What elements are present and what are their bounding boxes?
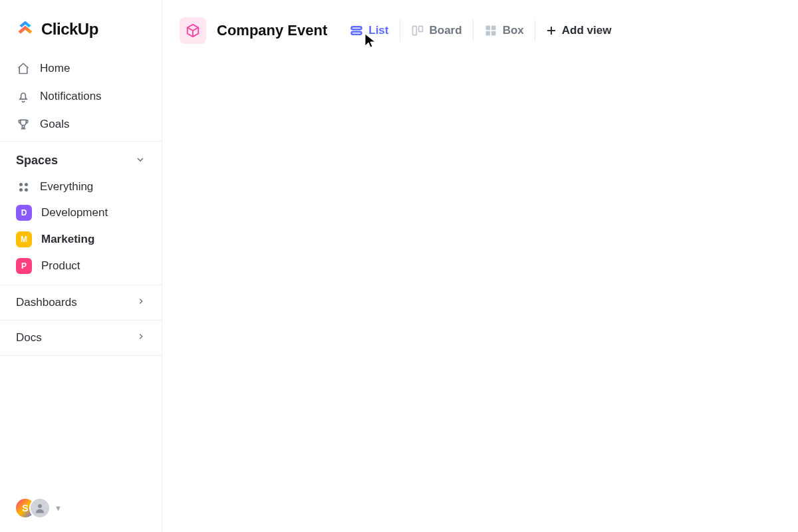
caret-down-icon[interactable]: ▼ bbox=[55, 504, 62, 512]
view-tabs: List Board bbox=[339, 20, 622, 41]
tab-label: Board bbox=[430, 24, 462, 37]
presence-avatars[interactable]: S bbox=[15, 497, 51, 519]
plus-icon bbox=[546, 25, 557, 36]
trophy-icon bbox=[16, 117, 31, 132]
chevron-right-icon bbox=[136, 296, 146, 309]
dashboards-label: Dashboards bbox=[16, 296, 77, 309]
docs-label: Docs bbox=[16, 331, 42, 344]
bell-icon bbox=[16, 89, 31, 104]
nav-label: Home bbox=[40, 62, 70, 75]
nav-label: Notifications bbox=[40, 90, 102, 103]
tab-label: List bbox=[368, 24, 388, 37]
list-icon bbox=[350, 24, 363, 37]
space-label: Product bbox=[41, 259, 80, 273]
sidebar-item-home[interactable]: Home bbox=[7, 55, 155, 82]
brand-name: ClickUp bbox=[41, 20, 98, 39]
svg-rect-8 bbox=[491, 31, 495, 36]
svg-rect-3 bbox=[412, 26, 416, 35]
avatar bbox=[29, 497, 51, 519]
svg-rect-6 bbox=[491, 26, 495, 31]
sidebar-item-notifications[interactable]: Notifications bbox=[7, 82, 155, 110]
space-letter-badge: P bbox=[16, 258, 32, 274]
tab-board[interactable]: Board bbox=[400, 20, 473, 41]
sidebar-item-docs[interactable]: Docs bbox=[0, 320, 162, 356]
clickup-logo-icon bbox=[16, 19, 35, 40]
add-view-label: Add view bbox=[562, 24, 612, 37]
chevron-down-icon bbox=[135, 154, 146, 168]
sidebar-space-development[interactable]: D Development bbox=[7, 200, 155, 226]
sidebar-space-product[interactable]: P Product bbox=[7, 253, 155, 279]
sidebar-footer: S ▼ bbox=[0, 484, 162, 532]
nav-label: Goals bbox=[40, 118, 69, 131]
add-view-button[interactable]: Add view bbox=[535, 20, 622, 41]
tab-box[interactable]: Box bbox=[473, 20, 535, 41]
chevron-right-icon bbox=[136, 331, 146, 344]
svg-rect-7 bbox=[485, 31, 490, 36]
space-letter-badge: M bbox=[16, 231, 32, 247]
sidebar: ClickUp Home Notifications bbox=[0, 0, 162, 532]
spaces-header[interactable]: Spaces bbox=[7, 154, 155, 174]
sidebar-nav: Home Notifications Goals bbox=[0, 52, 162, 141]
page-title: Company Event bbox=[217, 22, 327, 39]
svg-rect-4 bbox=[418, 26, 422, 31]
spaces-section: Spaces Everything D Development M Market… bbox=[0, 141, 162, 285]
svg-rect-2 bbox=[352, 32, 362, 35]
svg-rect-5 bbox=[485, 26, 490, 31]
page-cube-icon[interactable] bbox=[180, 17, 206, 44]
topbar: Company Event List bbox=[162, 0, 798, 56]
space-label: Marketing bbox=[41, 233, 94, 246]
main: Company Event List bbox=[162, 0, 798, 532]
sidebar-item-goals[interactable]: Goals bbox=[7, 110, 155, 138]
space-letter-badge: D bbox=[16, 205, 32, 221]
tab-list[interactable]: List bbox=[339, 20, 399, 41]
sidebar-item-everything[interactable]: Everything bbox=[7, 174, 155, 200]
sidebar-space-marketing[interactable]: M Marketing bbox=[7, 226, 155, 253]
tab-label: Box bbox=[503, 24, 524, 37]
spaces-title: Spaces bbox=[16, 154, 58, 168]
svg-rect-1 bbox=[352, 27, 362, 29]
space-label: Development bbox=[41, 206, 108, 219]
home-icon bbox=[16, 61, 31, 76]
board-icon bbox=[411, 24, 424, 37]
sidebar-item-dashboards[interactable]: Dashboards bbox=[0, 285, 162, 320]
box-icon bbox=[484, 24, 497, 37]
brand-logo[interactable]: ClickUp bbox=[0, 0, 162, 52]
svg-point-0 bbox=[38, 504, 42, 508]
everything-label: Everything bbox=[40, 180, 93, 194]
grid-dots-icon bbox=[16, 180, 31, 194]
